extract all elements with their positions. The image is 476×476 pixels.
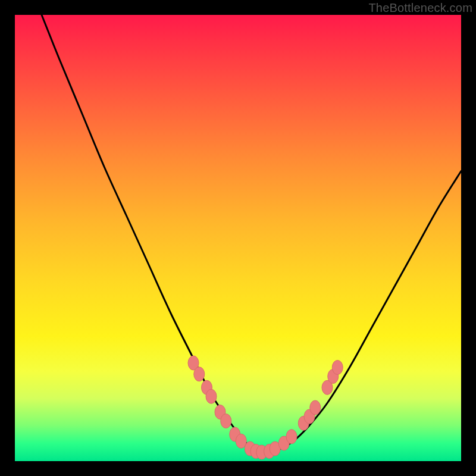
curve-marker: [206, 389, 217, 403]
curve-marker: [286, 430, 297, 444]
curve-marker: [194, 367, 205, 381]
watermark-text: TheBottleneck.com: [368, 1, 472, 15]
curve-markers: [188, 356, 343, 459]
chart-plot-area: [15, 15, 461, 461]
bottleneck-curve: [42, 15, 461, 453]
curve-marker: [332, 361, 343, 375]
chart-svg: [15, 15, 461, 461]
curve-marker: [310, 400, 321, 415]
curve-marker: [221, 414, 231, 428]
